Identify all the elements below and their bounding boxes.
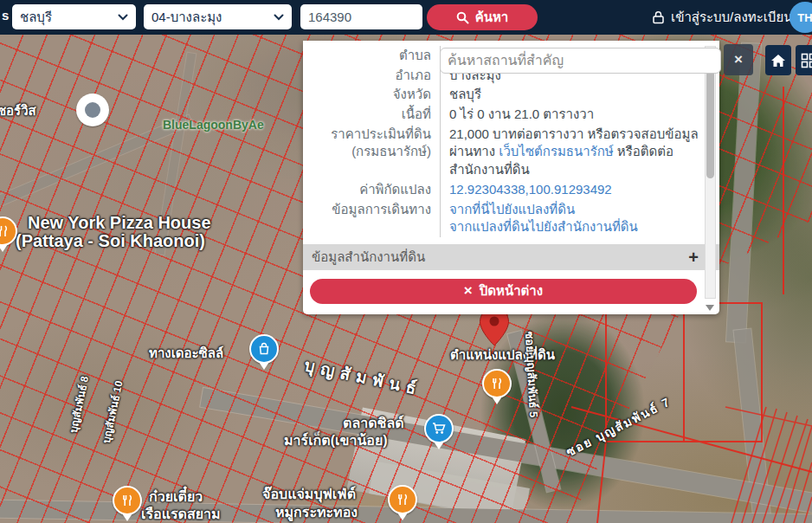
home-icon [770,52,787,69]
chevron-down-icon [274,14,284,21]
accordion-title: ข้อมูลสำนักงานที่ดิน [312,247,425,268]
search-button-label: ค้นหา [475,7,509,28]
district-select[interactable]: 04-บางละมุง [144,4,292,29]
language-toggle-button[interactable]: TH [789,2,812,33]
fork-knife-icon [489,376,505,391]
route-to-office-link[interactable]: จากแปลงที่ดินไปยังสำนักงานที่ดิน [449,219,638,234]
coordinates-link[interactable]: 12.92304338,100.91293492 [449,182,612,197]
market-pin-icon[interactable] [424,414,454,449]
search-icon [456,11,469,24]
parcel-number-input[interactable] [300,4,422,29]
grid-icon [801,53,812,68]
field-label: อำเภอ [303,66,440,86]
field-value: 12.92304338,100.91293492 [440,180,719,200]
field-province: จังหวัด ชลบุรี [303,85,719,105]
poi-search-input[interactable] [440,48,721,74]
place-label-noodle-2: เรือแรดสยาม [141,503,221,523]
field-value: จากที่นี่ไปยังแปลงที่ดิน จากแปลงที่ดินไป… [440,200,719,237]
place-label-buffet-2: หมูกระทะทอง [275,501,358,523]
field-price: ราคาประเมินที่ดิน (กรมธนารักษ์) 21,000 บ… [303,125,719,180]
logo-text-fragment: s [2,8,9,23]
login-register-link[interactable]: เข้าสู่ระบบ/ลงทะเบียน [652,0,792,35]
fork-knife-icon [119,493,135,508]
field-value: 0 ไร่ 0 งาน 21.0 ตารางวา [440,105,719,125]
app-header: s ชลบุรี 04-บางละมุง ค้นหา เข้าสู่ระบบ/ล… [0,0,812,35]
close-icon: × [734,51,743,68]
cart-icon [431,421,447,436]
bag-icon [257,342,271,356]
treasury-website-link[interactable]: เว็บไซต์กรมธนารักษ์ [499,144,613,158]
place-label-service: ต๊ะเซอร์วิส [0,100,36,121]
place-label-pizza-2: (Pattaya - Soi Khaonoi) [16,231,205,251]
lock-icon [652,10,665,24]
field-coords: ค่าพิกัดแปลง 12.92304338,100.91293492 [303,180,719,200]
province-select-value: ชลบุรี [20,7,52,28]
restaurant-pin-icon[interactable] [113,486,142,521]
search-close-button[interactable]: × [724,44,753,75]
route-to-parcel-link[interactable]: จากที่นี่ไปยังแปลงที่ดิน [449,202,575,216]
price-label-line2: (กรมธนารักษ์) [303,143,431,161]
field-area: เนื้อที่ 0 ไร่ 0 งาน 21.0 ตารางวา [303,105,719,125]
close-window-button[interactable]: × ปิดหน้าต่าง [310,279,697,304]
field-value: ชลบุรี [440,85,719,105]
restaurant-pin-icon[interactable] [0,216,17,252]
field-label: เนื้อที่ [303,105,440,125]
district-select-value: 04-บางละมุง [151,7,222,28]
shopping-pin-icon[interactable] [249,334,279,370]
restaurant-pin-icon[interactable] [388,485,417,520]
search-button[interactable]: ค้นหา [427,4,538,30]
fork-knife-icon [395,492,410,507]
place-label-the-chill: ทางเดอะซิลล์ [149,343,223,364]
land-office-accordion[interactable]: ข้อมูลสำนักงานที่ดิน + [303,244,719,270]
restaurant-pin-icon[interactable] [482,369,512,404]
place-label-market-2: มาร์เก็ต(เขาน้อย) [284,429,388,451]
field-travel: ข้อมูลการเดินทาง จากที่นี่ไปยังแปลงที่ดิ… [303,200,719,237]
panel-scroll-down-arrow[interactable] [706,305,714,311]
field-value: 21,000 บาทต่อตารางวา หรือตรวจสอบข้อมูลผ่… [440,125,719,180]
place-label-bluelagoon: BlueLagoonByAe [163,118,264,132]
field-label: จังหวัด [303,85,440,105]
map-layers-grid-button[interactable] [796,45,812,75]
place-label-pizza-1: New York Pizza House [28,213,211,233]
panel-scrollbar[interactable] [705,46,716,299]
poi-icon[interactable] [76,94,109,126]
map-home-button[interactable] [765,45,791,75]
province-select[interactable]: ชลบุรี [12,4,136,29]
fork-knife-icon [0,223,10,239]
field-label: ข้อมูลการเดินทาง [303,200,440,237]
parcel-info-panel: ตำบล อำเภอ บางละมุง จังหวัด ชลบุรี เนื้อ… [303,41,719,314]
poi-dot-icon [85,102,100,118]
field-label: ราคาประเมินที่ดิน (กรมธนารักษ์) [303,125,440,180]
price-label-line1: ราคาประเมินที่ดิน [303,126,431,144]
chevron-down-icon [118,14,128,21]
field-label: ค่าพิกัดแปลง [303,180,440,200]
field-label: ตำบล [303,46,440,66]
login-register-label: เข้าสู่ระบบ/ลงทะเบียน [671,7,792,28]
expand-plus-icon[interactable]: + [688,249,699,266]
close-button-label: ปิดหน้าต่าง [480,281,543,301]
close-x-icon: × [464,282,473,300]
